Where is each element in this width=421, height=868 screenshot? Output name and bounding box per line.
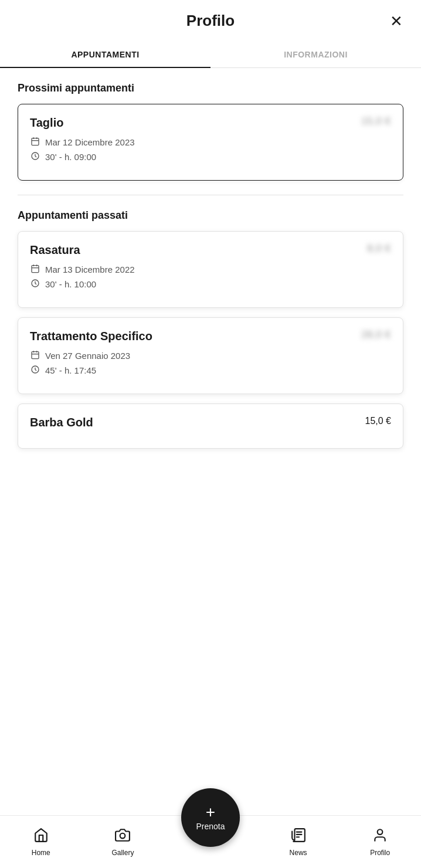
tabs-container: APPUNTAMENTI INFORMAZIONI <box>0 42 421 68</box>
appointment-time-row: 30' - h. 09:00 <box>30 151 391 162</box>
appointment-date: Mar 13 Dicembre 2022 <box>45 265 135 274</box>
nav-home-label: Home <box>32 849 50 857</box>
nav-gallery-label: Gallery <box>111 849 134 857</box>
svg-rect-10 <box>32 352 39 359</box>
appointment-duration: 45' - h. 17:45 <box>45 365 96 375</box>
appointment-price: 15,0 € <box>362 116 391 127</box>
appointment-date: Mar 12 Dicembre 2023 <box>45 137 135 147</box>
appointment-duration: 30' - h. 09:00 <box>45 152 96 162</box>
prenota-fab[interactable]: + Prenota <box>181 788 240 847</box>
section-divider <box>18 195 403 195</box>
appointment-name: Trattamento Specifico <box>30 330 152 343</box>
appointment-name: Rasatura <box>30 243 80 257</box>
past-section-title: Appuntamenti passati <box>18 209 403 222</box>
content-area: Prossimi appuntamenti Taglio 15,0 € Mar … <box>0 68 421 542</box>
fab-plus-icon: + <box>206 804 215 820</box>
appointment-price: 15,0 € <box>365 416 391 426</box>
page-title: Profilo <box>186 12 235 30</box>
appointment-duration: 30' - h. 10:00 <box>45 279 96 289</box>
appointment-price: 28,0 € <box>362 330 391 340</box>
nav-news-label: News <box>290 849 307 857</box>
fab-label: Prenota <box>196 822 225 831</box>
appointment-time-row: 30' - h. 10:00 <box>30 279 391 290</box>
appointment-price: 8,0 € <box>367 243 391 254</box>
past-appointment-trattamento[interactable]: Trattamento Specifico 28,0 € Ven 27 Genn… <box>18 317 403 394</box>
svg-rect-5 <box>32 266 39 273</box>
clock-icon <box>30 365 40 376</box>
card-header: Taglio 15,0 € <box>30 116 391 130</box>
svg-point-15 <box>120 833 125 838</box>
calendar-icon <box>30 350 40 361</box>
clock-icon <box>30 151 40 162</box>
person-icon <box>372 828 388 846</box>
close-button[interactable]: ✕ <box>386 11 407 32</box>
clock-icon <box>30 279 40 290</box>
nav-gallery[interactable]: Gallery <box>99 828 146 857</box>
appointment-date-row: Ven 27 Gennaio 2023 <box>30 350 391 361</box>
card-header: Trattamento Specifico 28,0 € <box>30 330 391 343</box>
appointment-date-row: Mar 13 Dicembre 2022 <box>30 264 391 275</box>
news-icon <box>291 828 306 846</box>
past-appointment-barba-gold[interactable]: Barba Gold 15,0 € <box>18 404 403 449</box>
svg-point-19 <box>378 829 383 835</box>
upcoming-section-title: Prossimi appuntamenti <box>18 82 403 94</box>
appointment-name: Barba Gold <box>30 416 93 429</box>
card-header: Rasatura 8,0 € <box>30 243 391 257</box>
calendar-icon <box>30 137 40 148</box>
appointment-date: Ven 27 Gennaio 2023 <box>45 351 130 361</box>
appointment-name: Taglio <box>30 116 63 130</box>
past-appointment-rasatura[interactable]: Rasatura 8,0 € Mar 13 Dicembre 2022 <box>18 231 403 308</box>
home-icon <box>33 828 49 846</box>
card-header: Barba Gold 15,0 € <box>30 416 391 429</box>
tab-informazioni[interactable]: INFORMAZIONI <box>210 42 421 67</box>
upcoming-appointment-taglio[interactable]: Taglio 15,0 € Mar 12 Dicembre 2023 <box>18 104 403 181</box>
svg-rect-0 <box>32 138 39 145</box>
nav-news[interactable]: News <box>275 828 322 857</box>
appointment-time-row: 45' - h. 17:45 <box>30 365 391 376</box>
header: Profilo ✕ <box>0 0 421 36</box>
nav-profilo-label: Profilo <box>370 849 390 857</box>
calendar-icon <box>30 264 40 275</box>
nav-home[interactable]: Home <box>18 828 64 857</box>
camera-icon <box>115 828 130 846</box>
tab-appuntamenti[interactable]: APPUNTAMENTI <box>0 42 210 67</box>
appointment-date-row: Mar 12 Dicembre 2023 <box>30 137 391 148</box>
nav-profilo[interactable]: Profilo <box>357 828 403 857</box>
